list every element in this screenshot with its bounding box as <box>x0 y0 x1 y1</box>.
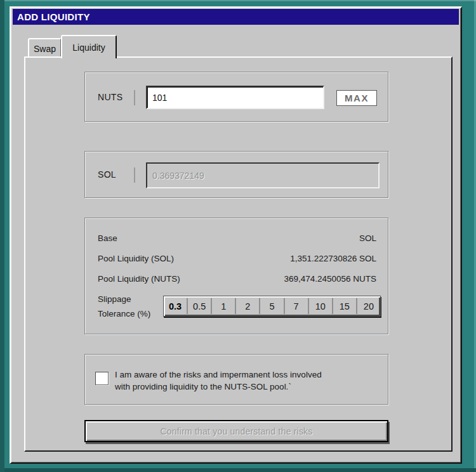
slippage-label-line2: Tolerance (%) <box>98 306 150 321</box>
info-row-base: Base SOL <box>85 228 388 248</box>
add-liquidity-window: ADD LIQUIDITY Swap Liquidity NUTS MAX SO… <box>10 6 462 464</box>
slippage-tolerance-label: Slippage Tolerance (%) <box>98 292 150 321</box>
sol-token-label: SOL <box>98 169 116 180</box>
info-label-base: Base <box>98 233 117 243</box>
slippage-label-line1: Slippage <box>98 292 150 306</box>
info-row-pool-liquidity-sol: Pool Liquidity (SOL) 1,351.222730826 SOL <box>85 248 388 268</box>
liquidity-tab-panel: NUTS MAX SOL Base SOL <box>24 56 453 452</box>
info-value-pool-liquidity-sol: 1,351.222730826 SOL <box>290 254 376 263</box>
slippage-option-2[interactable]: 2 <box>235 298 259 314</box>
info-label-pool-liquidity-sol: Pool Liquidity (SOL) <box>98 254 174 263</box>
slippage-option-20[interactable]: 20 <box>356 298 380 314</box>
risk-text-line1: I am aware of the risks and impermanent … <box>115 369 322 381</box>
slippage-option-5[interactable]: 5 <box>259 298 283 314</box>
window-title: ADD LIQUIDITY <box>17 11 90 22</box>
info-value-base: SOL <box>359 233 376 243</box>
risk-text-line2: with providing liquidity to the NUTS-SOL… <box>115 381 322 393</box>
tab-swap[interactable]: Swap <box>28 38 62 58</box>
tab-liquidity[interactable]: Liquidity <box>61 35 117 58</box>
confirm-risks-button[interactable]: Confirm that you understand the risks <box>84 420 388 442</box>
risk-acknowledgement-group: I am aware of the risks and impermanent … <box>84 354 388 405</box>
max-button-label: MAX <box>345 93 369 103</box>
sol-amount-output <box>146 162 380 188</box>
nuts-divider <box>134 90 135 105</box>
slippage-option-10[interactable]: 10 <box>308 298 332 314</box>
tab-liquidity-label: Liquidity <box>72 43 105 53</box>
desktop-background: ADD LIQUIDITY Swap Liquidity NUTS MAX SO… <box>0 0 476 472</box>
slippage-option-0-3[interactable]: 0.3 <box>164 298 187 314</box>
window-titlebar[interactable]: ADD LIQUIDITY <box>13 9 459 25</box>
slippage-tolerance-bar: 0.3 0.5 1 2 5 7 10 15 20 <box>163 296 381 317</box>
risk-checkbox[interactable] <box>95 372 109 385</box>
info-row-pool-liquidity-nuts: Pool Liquidity (NUTS) 369,474.2450056 NU… <box>85 268 388 289</box>
nuts-amount-input[interactable] <box>146 86 324 109</box>
sol-output-group: SOL <box>84 151 388 198</box>
max-button[interactable]: MAX <box>336 90 377 106</box>
info-value-pool-liquidity-nuts: 369,474.2450056 NUTS <box>284 274 376 284</box>
confirm-risks-button-label: Confirm that you understand the risks <box>160 426 312 436</box>
info-label-pool-liquidity-nuts: Pool Liquidity (NUTS) <box>98 274 180 284</box>
slippage-option-7[interactable]: 7 <box>284 298 308 314</box>
nuts-input-group: NUTS MAX <box>84 72 388 122</box>
slippage-option-0-5[interactable]: 0.5 <box>187 298 211 314</box>
tab-swap-label: Swap <box>34 44 56 54</box>
slippage-option-15[interactable]: 15 <box>332 298 356 314</box>
risk-text: I am aware of the risks and impermanent … <box>115 369 322 393</box>
sol-divider <box>134 167 135 183</box>
pool-info-rows: Base SOL Pool Liquidity (SOL) 1,351.2227… <box>85 228 388 289</box>
slippage-option-1[interactable]: 1 <box>211 298 235 314</box>
nuts-token-label: NUTS <box>98 92 122 102</box>
pool-info-group: Base SOL Pool Liquidity (SOL) 1,351.2227… <box>84 218 388 334</box>
